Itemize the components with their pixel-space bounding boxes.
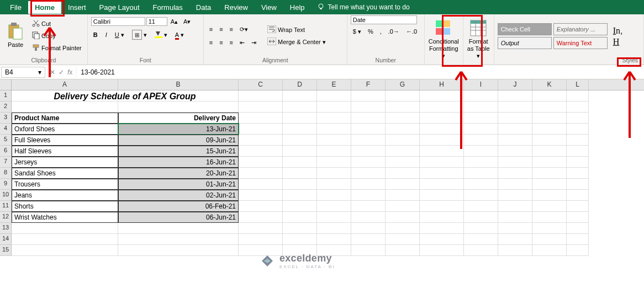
col-header-f[interactable]: F [351, 79, 386, 90]
date-cell[interactable]: 16-Jun-21 [118, 157, 239, 168]
cell[interactable] [567, 190, 589, 201]
cell[interactable] [464, 223, 498, 234]
cell[interactable] [420, 245, 464, 256]
tab-data[interactable]: Data [189, 1, 218, 14]
product-cell[interactable]: Full Sleeves [12, 135, 118, 146]
cell[interactable] [283, 157, 317, 168]
cell[interactable] [283, 146, 317, 157]
cell[interactable] [386, 245, 420, 256]
cell[interactable] [567, 146, 589, 157]
product-cell[interactable]: Half Sleeves [12, 146, 118, 157]
align-bottom-button[interactable]: ≡ [228, 25, 235, 34]
orientation-button[interactable]: ⟳▾ [237, 25, 250, 34]
col-header-a[interactable]: A [12, 79, 118, 90]
cell[interactable] [532, 124, 567, 135]
cell[interactable] [239, 90, 283, 102]
increase-decimal-button[interactable]: .0→ [386, 27, 402, 36]
cell[interactable] [567, 212, 589, 223]
tab-file[interactable]: File [3, 1, 28, 14]
cell[interactable] [386, 146, 420, 157]
row-header-10[interactable]: 10 [0, 190, 12, 201]
cell[interactable] [351, 146, 386, 157]
align-center-button[interactable]: ≡ [217, 38, 225, 47]
cell[interactable] [317, 102, 351, 113]
number-format-select[interactable] [351, 15, 417, 24]
cell[interactable] [118, 234, 239, 245]
font-color-button[interactable]: A▾ [173, 30, 186, 40]
tab-help[interactable]: Help [283, 1, 312, 14]
cell[interactable] [386, 102, 420, 113]
cell[interactable] [12, 102, 118, 113]
cell[interactable] [498, 179, 532, 190]
cell[interactable] [317, 157, 351, 168]
cell[interactable] [567, 135, 589, 146]
cell[interactable] [386, 135, 420, 146]
align-right-button[interactable]: ≡ [228, 38, 235, 47]
cell[interactable] [386, 157, 420, 168]
cell[interactable] [351, 245, 386, 256]
cell[interactable] [239, 223, 283, 234]
cell[interactable] [283, 90, 317, 102]
col-header-k[interactable]: K [532, 79, 567, 90]
date-cell[interactable]: 06-Feb-21 [118, 201, 239, 212]
cell[interactable] [386, 179, 420, 190]
cell[interactable] [239, 102, 283, 113]
cell[interactable] [351, 223, 386, 234]
tab-home[interactable]: Home [28, 1, 61, 14]
cell[interactable] [351, 90, 386, 102]
cell[interactable] [464, 234, 498, 245]
cell[interactable] [386, 168, 420, 179]
cell[interactable] [239, 212, 283, 223]
style-check-cell[interactable]: Check Cell [498, 23, 552, 35]
align-left-button[interactable]: ≡ [207, 38, 215, 47]
cell[interactable] [283, 234, 317, 245]
cell[interactable] [283, 190, 317, 201]
cell[interactable] [283, 124, 317, 135]
product-cell[interactable]: Wrist Watches [12, 212, 118, 223]
cell[interactable] [567, 90, 589, 102]
align-middle-button[interactable]: ≡ [217, 25, 225, 34]
cell[interactable] [464, 157, 498, 168]
header-product[interactable]: Product Name [12, 113, 118, 124]
date-cell[interactable]: 06-Jun-21 [118, 212, 239, 223]
date-cell[interactable]: 01-Jun-21 [118, 179, 239, 190]
cell[interactable] [498, 245, 532, 256]
cell[interactable] [532, 190, 567, 201]
col-header-c[interactable]: C [239, 79, 283, 90]
row-header-4[interactable]: 4 [0, 124, 12, 135]
cell[interactable] [118, 223, 239, 234]
cell[interactable] [420, 168, 464, 179]
cell[interactable] [567, 223, 589, 234]
cell[interactable] [12, 223, 118, 234]
tab-review[interactable]: Review [218, 1, 255, 14]
cell[interactable] [239, 135, 283, 146]
cell[interactable] [498, 157, 532, 168]
cell[interactable] [351, 124, 386, 135]
cell[interactable] [239, 201, 283, 212]
row-header-9[interactable]: 9 [0, 179, 12, 190]
cell[interactable] [567, 102, 589, 113]
product-cell[interactable]: Jerseys [12, 157, 118, 168]
cell[interactable] [420, 234, 464, 245]
cell[interactable] [532, 179, 567, 190]
col-header-g[interactable]: G [386, 79, 420, 90]
decrease-indent-button[interactable]: ⇤ [237, 38, 247, 47]
cell[interactable] [498, 135, 532, 146]
col-header-d[interactable]: D [283, 79, 317, 90]
cell[interactable] [317, 201, 351, 212]
cell[interactable] [317, 223, 351, 234]
row-header-12[interactable]: 12 [0, 212, 12, 223]
cell[interactable] [532, 234, 567, 245]
cell[interactable] [118, 102, 239, 113]
cell[interactable] [567, 245, 589, 256]
cell[interactable] [498, 124, 532, 135]
row-header-14[interactable]: 14 [0, 234, 12, 245]
product-cell[interactable]: Sandal Shoes [12, 168, 118, 179]
cell[interactable] [239, 113, 283, 124]
bold-button[interactable]: B [91, 30, 100, 39]
cell[interactable] [464, 245, 498, 256]
cell[interactable] [567, 234, 589, 245]
cell[interactable] [351, 168, 386, 179]
cell[interactable] [317, 124, 351, 135]
col-header-b[interactable]: B [118, 79, 239, 90]
